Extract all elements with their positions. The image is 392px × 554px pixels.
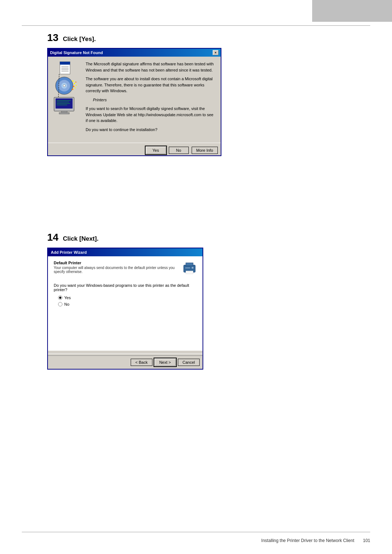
digital-signature-dialog: Digital Signature Not Found × <box>47 48 221 156</box>
svg-line-10 <box>58 74 59 97</box>
svg-rect-29 <box>192 267 193 269</box>
dialog-separator <box>48 143 221 143</box>
add-printer-wizard: Add Printer Wizard Default Printer Your … <box>47 248 203 370</box>
dialog-text-area: The Microsoft digital signature affirms … <box>86 61 216 135</box>
radio-yes-label: Yes <box>64 296 71 300</box>
back-button[interactable]: < Back <box>131 359 152 366</box>
next-button[interactable]: Next > <box>155 359 176 366</box>
svg-rect-30 <box>185 268 190 268</box>
dialog-para3: If you want to search for Microsoft digi… <box>86 106 216 124</box>
wizard-footer: < Back Next > Cancel <box>48 355 203 369</box>
svg-point-9 <box>63 85 65 87</box>
radio-no-label: No <box>64 302 69 306</box>
no-button[interactable]: No <box>169 147 189 154</box>
radio-group: Yes No <box>58 296 197 306</box>
wizard-separator <box>48 354 203 354</box>
svg-point-20 <box>74 83 75 84</box>
wizard-title: Add Printer Wizard <box>51 250 87 254</box>
svg-point-22 <box>72 89 73 90</box>
wizard-header-row: Default Printer Your computer will alway… <box>54 261 197 279</box>
top-bar <box>312 0 392 22</box>
radio-no[interactable] <box>58 302 62 306</box>
wizard-section-subtitle: Your computer will always send documents… <box>54 266 177 274</box>
dialog-para1: The Microsoft digital signature affirms … <box>86 61 216 73</box>
wizard-titlebar: Add Printer Wizard <box>48 248 203 256</box>
step-13-number: 13 <box>47 33 58 43</box>
footer: Installing the Printer Driver to the Net… <box>22 538 370 543</box>
step-13-label: Click [Yes]. <box>63 36 96 43</box>
svg-rect-18 <box>59 113 69 114</box>
wizard-section-title: Default Printer <box>54 261 177 265</box>
dialog-question: Do you want to continue the installation… <box>86 127 216 133</box>
top-divider <box>22 25 370 26</box>
printer-icon <box>182 261 197 275</box>
more-info-button[interactable]: More Info <box>192 147 218 154</box>
dialog-buttons: Yes No More Info <box>48 144 221 155</box>
cancel-button[interactable]: Cancel <box>178 359 200 366</box>
spacer <box>54 279 197 283</box>
yes-button[interactable]: Yes <box>146 147 166 154</box>
radio-yes[interactable] <box>58 296 62 300</box>
step-14-label: Click [Next]. <box>63 235 98 243</box>
dialog-para2: The software you are about to install do… <box>86 76 216 94</box>
step-13-header: 13 Click [Yes]. <box>47 33 221 43</box>
step-14-number: 14 <box>47 232 58 243</box>
radio-no-item: No <box>58 302 197 306</box>
dialog-icon <box>52 61 81 135</box>
svg-point-23 <box>75 87 76 89</box>
wizard-content: Default Printer Your computer will alway… <box>48 256 203 351</box>
step-13-section: 13 Click [Yes]. Digital Signature Not Fo… <box>47 33 221 156</box>
dialog-body: The Microsoft digital signature affirms … <box>48 57 221 140</box>
software-name: Printers <box>93 97 216 103</box>
step-14-section: 14 Click [Next]. Add Printer Wizard Defa… <box>47 232 203 370</box>
svg-point-25 <box>76 85 77 86</box>
wizard-section-info: Default Printer Your computer will alway… <box>54 261 177 279</box>
dialog-titlebar: Digital Signature Not Found × <box>48 49 221 57</box>
wizard-question: Do you want your Windows-based programs … <box>54 283 197 292</box>
step-14-header: 14 Click [Next]. <box>47 232 203 243</box>
svg-rect-27 <box>186 263 193 266</box>
svg-point-24 <box>75 82 77 83</box>
bottom-divider <box>22 532 370 532</box>
dialog-content: The Microsoft digital signature affirms … <box>52 61 216 135</box>
dialog-close-button[interactable]: × <box>213 50 219 55</box>
dialog-title: Digital Signature Not Found <box>50 50 103 55</box>
svg-rect-1 <box>60 62 70 65</box>
svg-point-21 <box>73 86 74 87</box>
svg-point-19 <box>72 80 74 82</box>
radio-yes-item: Yes <box>58 296 197 300</box>
footer-text: Installing the Printer Driver to the Net… <box>261 538 354 543</box>
footer-page-number: 101 <box>363 538 370 543</box>
